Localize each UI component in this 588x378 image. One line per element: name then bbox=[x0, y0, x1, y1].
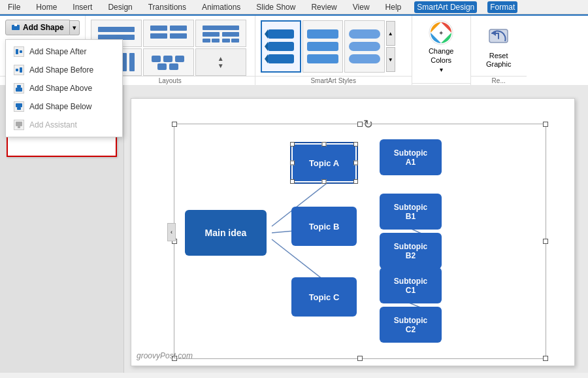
handle-tm[interactable] bbox=[357, 122, 363, 127]
handle-mr[interactable] bbox=[543, 239, 548, 244]
svg-rect-21 bbox=[203, 39, 210, 43]
topic-a-handle-ml[interactable] bbox=[290, 161, 295, 165]
svg-rect-22 bbox=[212, 39, 220, 43]
menu-slideshow[interactable]: Slide Show bbox=[253, 1, 298, 13]
svg-rect-2 bbox=[16, 49, 18, 54]
svg-rect-34 bbox=[268, 29, 294, 39]
svg-marker-39 bbox=[265, 54, 268, 63]
svg-rect-31 bbox=[175, 56, 184, 62]
add-shape-dropdown-button[interactable]: ▾ bbox=[70, 20, 80, 35]
svg-rect-46 bbox=[349, 29, 380, 39]
style-2-icon bbox=[306, 27, 339, 66]
menu-review[interactable]: Review bbox=[308, 1, 339, 13]
add-shape-above-icon bbox=[14, 83, 24, 94]
svg-rect-30 bbox=[163, 56, 172, 62]
menu-home[interactable]: Home bbox=[33, 1, 59, 13]
layout-2[interactable] bbox=[143, 20, 194, 47]
style-3-icon bbox=[348, 27, 381, 66]
subtopic-b1-shape[interactable]: SubtopicB1 bbox=[380, 194, 442, 230]
svg-rect-7 bbox=[17, 85, 21, 88]
add-shape-after-icon bbox=[14, 46, 24, 57]
main-idea-shape[interactable]: Main idea bbox=[185, 210, 267, 256]
svg-rect-48 bbox=[349, 54, 380, 63]
layout-3[interactable] bbox=[195, 20, 246, 47]
svg-rect-18 bbox=[203, 26, 239, 30]
layout-2-icon bbox=[149, 23, 188, 44]
layout-scroll[interactable]: ▲ ▼ bbox=[195, 48, 246, 76]
slide-canvas: ↻ bbox=[131, 98, 575, 366]
svg-marker-37 bbox=[265, 42, 268, 51]
menu-design[interactable]: Design bbox=[105, 1, 135, 13]
topic-a-handle-bm[interactable] bbox=[322, 179, 327, 184]
subtopic-c2-shape[interactable]: SubtopicC2 bbox=[380, 307, 442, 343]
menu-transitions[interactable]: Transitions bbox=[146, 1, 189, 13]
menu-insert[interactable]: Insert bbox=[70, 1, 95, 13]
add-shape-below-icon bbox=[14, 101, 24, 112]
ribbon: Add Shape ▾ Add Shape After Add Shape B bbox=[0, 14, 588, 85]
svg-marker-35 bbox=[265, 29, 268, 39]
style-1[interactable] bbox=[261, 20, 301, 73]
add-shape-above[interactable]: Add Shape Above bbox=[6, 79, 122, 97]
add-shape-dropdown: Add Shape After Add Shape Before Add Sha… bbox=[5, 39, 123, 137]
style-3[interactable] bbox=[344, 20, 385, 73]
svg-rect-33 bbox=[169, 63, 178, 70]
menu-file[interactable]: File bbox=[5, 1, 23, 13]
svg-rect-14 bbox=[150, 26, 167, 31]
topic-a-handle-tr[interactable] bbox=[353, 142, 358, 146]
subtopic-a1-shape[interactable]: SubtopicA1 bbox=[380, 139, 442, 175]
reset-label: Re... bbox=[471, 76, 527, 85]
svg-rect-23 bbox=[222, 39, 230, 43]
svg-rect-12 bbox=[98, 27, 135, 32]
svg-rect-42 bbox=[307, 42, 338, 51]
topic-b-shape[interactable]: Topic B bbox=[291, 207, 357, 246]
topic-a-handle-bl[interactable] bbox=[290, 179, 295, 184]
handle-br[interactable] bbox=[543, 356, 548, 361]
menu-view[interactable]: View bbox=[350, 1, 372, 13]
svg-rect-24 bbox=[231, 39, 239, 43]
menu-animations[interactable]: Animations bbox=[199, 1, 243, 13]
topic-a-shape[interactable]: Topic A bbox=[291, 143, 357, 182]
reset-graphic-icon bbox=[485, 24, 512, 50]
add-assistant-icon bbox=[14, 120, 24, 130]
handle-tl[interactable] bbox=[172, 122, 177, 127]
menu-format[interactable]: Format bbox=[487, 1, 517, 13]
menu-help[interactable]: Help bbox=[383, 1, 404, 13]
topic-a-handle-mr[interactable] bbox=[353, 161, 358, 165]
handle-tr[interactable] bbox=[543, 122, 548, 127]
svg-text:✦: ✦ bbox=[438, 29, 444, 37]
svg-rect-9 bbox=[17, 107, 21, 110]
handle-bm[interactable] bbox=[357, 356, 363, 361]
styles-scroll-down[interactable]: ▼ bbox=[386, 47, 395, 72]
menu-smartart-design[interactable]: SmartArt Design bbox=[414, 1, 477, 13]
svg-rect-16 bbox=[150, 33, 167, 39]
svg-rect-4 bbox=[20, 67, 22, 73]
add-shape-button[interactable]: Add Shape bbox=[5, 20, 70, 35]
topic-a-handle-br[interactable] bbox=[353, 179, 358, 184]
svg-rect-3 bbox=[20, 50, 22, 53]
menu-bar: File Home Insert Design Transitions Anim… bbox=[0, 0, 588, 14]
svg-rect-1 bbox=[14, 24, 17, 26]
style-2[interactable] bbox=[302, 20, 343, 73]
svg-rect-40 bbox=[307, 29, 338, 39]
svg-rect-28 bbox=[129, 53, 135, 71]
layout-5[interactable] bbox=[143, 48, 194, 76]
add-shape-after[interactable]: Add Shape After bbox=[6, 43, 122, 61]
styles-scroll-up[interactable]: ▲ bbox=[386, 21, 395, 46]
reset-graphic-button[interactable]: ResetGraphic bbox=[485, 24, 512, 69]
add-shape-icon bbox=[11, 23, 20, 32]
add-shape-before[interactable]: Add Shape Before bbox=[6, 61, 122, 79]
svg-rect-17 bbox=[170, 33, 187, 39]
topic-a-handle-tm[interactable] bbox=[322, 142, 327, 146]
nav-arrow-left[interactable]: ‹ bbox=[167, 223, 176, 241]
svg-rect-10 bbox=[16, 122, 22, 126]
change-colors-button[interactable]: ✦ ChangeColors ▾ bbox=[428, 20, 454, 73]
svg-rect-47 bbox=[349, 42, 380, 51]
topic-c-shape[interactable]: Topic C bbox=[291, 277, 357, 317]
smartart-styles-label: SmartArt Styles bbox=[255, 76, 412, 85]
add-shape-below[interactable]: Add Shape Below bbox=[6, 97, 122, 116]
topic-a-handle-tl[interactable] bbox=[290, 142, 295, 146]
layout-5-icon bbox=[149, 52, 188, 73]
svg-rect-32 bbox=[157, 63, 167, 70]
subtopic-c1-shape[interactable]: SubtopicC1 bbox=[380, 267, 442, 303]
subtopic-b2-shape[interactable]: SubtopicB2 bbox=[380, 233, 442, 269]
